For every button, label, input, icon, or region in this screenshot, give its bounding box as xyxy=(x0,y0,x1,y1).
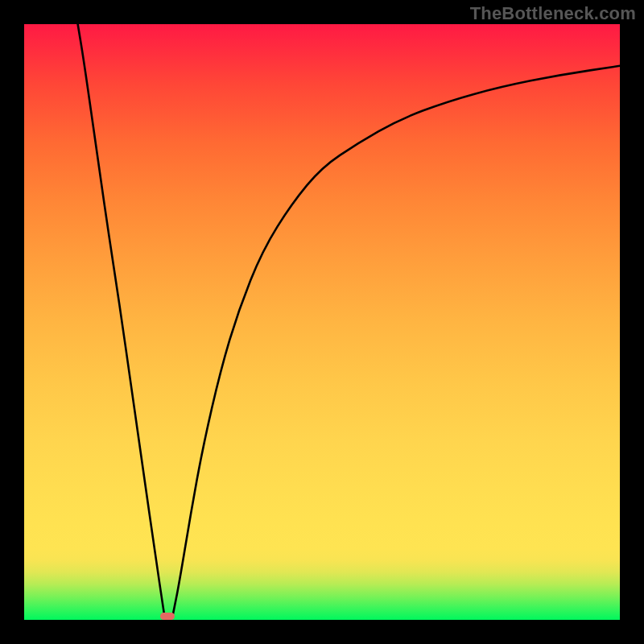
watermark-text: TheBottleneck.com xyxy=(470,3,636,24)
chart-frame: TheBottleneck.com xyxy=(0,0,644,644)
curve-left-branch xyxy=(78,24,164,614)
bottleneck-curve xyxy=(24,24,620,620)
curve-right-branch xyxy=(173,66,620,614)
chart-plot-area xyxy=(24,24,620,620)
bottleneck-marker xyxy=(160,613,175,620)
